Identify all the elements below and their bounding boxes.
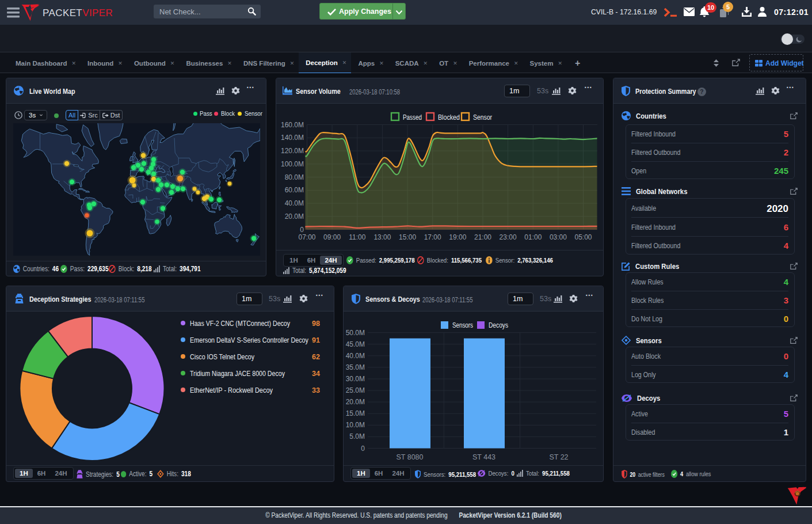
svg-text:EtherNet/IP - Rockwell Decoy: EtherNet/IP - Rockwell Decoy <box>190 386 273 394</box>
svg-text:05:00: 05:00 <box>574 233 592 241</box>
svg-text:10.0M: 10.0M <box>346 421 365 429</box>
svg-text:Haas VF-2 CNC (MTConnect) Deco: Haas VF-2 CNC (MTConnect) Decoy <box>190 320 291 328</box>
svg-text:Tridium Niagara JACE 8000 Deco: Tridium Niagara JACE 8000 Decoy <box>190 370 285 378</box>
svg-text:91: 91 <box>312 336 320 344</box>
svg-text:25.0M: 25.0M <box>346 386 365 394</box>
svg-text:21:00: 21:00 <box>474 233 491 241</box>
svg-text:45.0M: 45.0M <box>346 340 365 348</box>
svg-text:80.0M: 80.0M <box>285 173 304 181</box>
svg-text:Passed: Passed <box>403 113 422 121</box>
svg-text:62: 62 <box>312 353 320 361</box>
svg-text:5.0M: 5.0M <box>349 432 365 441</box>
svg-text:17:00: 17:00 <box>424 233 441 241</box>
svg-text:160.0M: 160.0M <box>281 121 304 129</box>
svg-text:ST 8080: ST 8080 <box>396 453 423 461</box>
svg-text:20.0M: 20.0M <box>346 398 365 406</box>
svg-text:0: 0 <box>300 226 304 234</box>
svg-text:15:00: 15:00 <box>399 233 416 241</box>
svg-text:140.0M: 140.0M <box>281 134 304 142</box>
svg-text:0: 0 <box>361 445 365 453</box>
svg-text:?: ? <box>700 89 703 95</box>
svg-text:Sensors: Sensors <box>452 321 473 329</box>
svg-text:15.0M: 15.0M <box>346 409 365 417</box>
svg-text:07:00: 07:00 <box>298 233 315 241</box>
svg-text:03:00: 03:00 <box>550 233 567 241</box>
svg-text:23:00: 23:00 <box>500 233 517 241</box>
svg-text:33: 33 <box>312 386 320 394</box>
svg-text:Emerson DeltaV S-Series Contro: Emerson DeltaV S-Series Controller Decoy <box>190 336 309 344</box>
svg-text:19:00: 19:00 <box>449 233 466 241</box>
svg-text:11:00: 11:00 <box>349 233 365 241</box>
svg-text:Decoys: Decoys <box>489 321 508 329</box>
svg-text:34: 34 <box>312 370 320 378</box>
svg-text:98: 98 <box>312 320 320 328</box>
svg-text:Blocked: Blocked <box>438 113 460 121</box>
svg-text:30.0M: 30.0M <box>346 375 365 383</box>
svg-text:20.0M: 20.0M <box>285 212 304 221</box>
svg-text:ST 443: ST 443 <box>472 453 495 461</box>
svg-text:13:00: 13:00 <box>373 233 391 241</box>
svg-text:40.0M: 40.0M <box>285 199 304 207</box>
svg-text:40.0M: 40.0M <box>346 352 365 360</box>
svg-text:Sensor: Sensor <box>473 113 492 121</box>
svg-text:ST 22: ST 22 <box>549 453 568 461</box>
svg-text:Cisco IOS Telnet Decoy: Cisco IOS Telnet Decoy <box>190 353 255 361</box>
svg-text:01:00: 01:00 <box>524 233 542 241</box>
svg-text:60.0M: 60.0M <box>285 186 304 194</box>
svg-text:120.0M: 120.0M <box>281 147 304 155</box>
svg-text:100.0M: 100.0M <box>281 160 304 168</box>
svg-text:09:00: 09:00 <box>323 233 341 241</box>
svg-text:50.0M: 50.0M <box>346 329 365 337</box>
svg-text:35.0M: 35.0M <box>346 363 365 371</box>
